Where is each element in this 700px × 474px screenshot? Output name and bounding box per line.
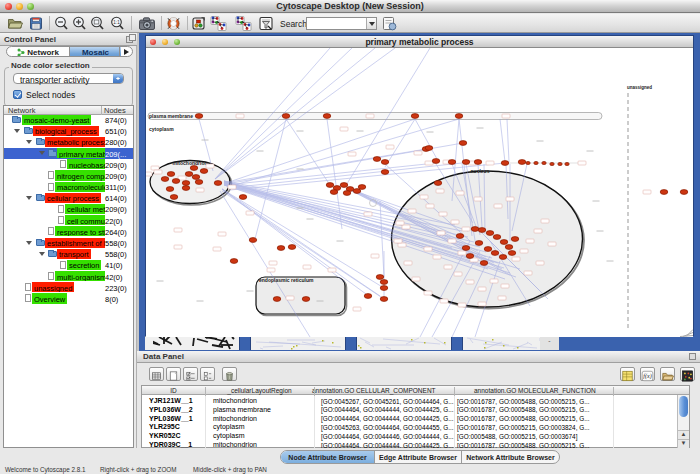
svg-text:mitochondrion: mitochondrion	[173, 160, 208, 166]
svg-text:endoplasmic reticulum: endoplasmic reticulum	[259, 277, 314, 283]
svg-text:unassigned: unassigned	[627, 85, 652, 90]
svg-text:1:1: 1:1	[113, 20, 120, 25]
svg-text:plasma membrane: plasma membrane	[149, 113, 193, 119]
svg-text:cytoplasm: cytoplasm	[149, 126, 174, 132]
svg-text:nucleus: nucleus	[471, 168, 490, 174]
svg-text:f(x): f(x)	[643, 373, 651, 380]
